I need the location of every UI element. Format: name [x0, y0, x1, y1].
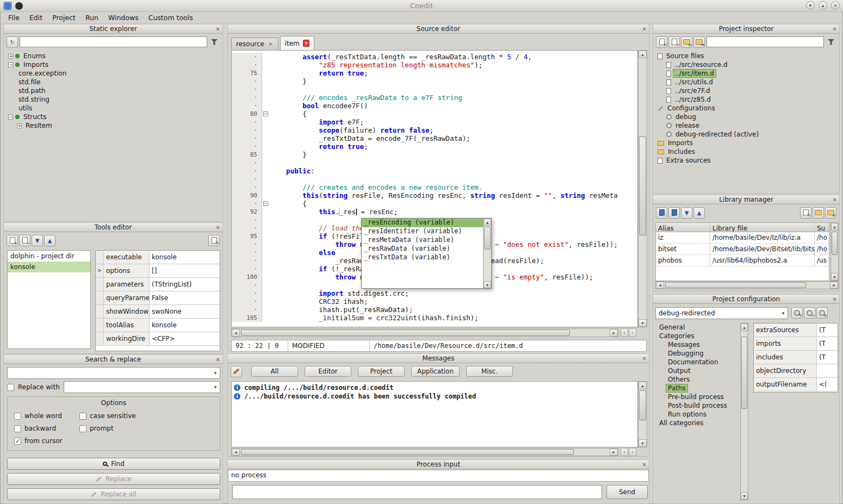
config-category-item[interactable]: All categories: [655, 419, 739, 427]
search-replace-header[interactable]: Search & replace ✕: [4, 355, 222, 364]
messages-horizontal-scrollbar[interactable]: ◂ ▸: [231, 448, 618, 456]
scroll-right-icon[interactable]: ›: [629, 448, 636, 456]
send-button[interactable]: Send: [606, 485, 648, 499]
option-whole-word[interactable]: whole word: [14, 412, 79, 420]
project-tree-item[interactable]: Imports: [655, 139, 837, 147]
project-tree-item[interactable]: ../src/utils.d: [655, 78, 837, 86]
find-button[interactable]: Find: [7, 458, 220, 470]
checked-checkbox-icon[interactable]: ✓: [14, 438, 21, 445]
project-tree-item[interactable]: debug: [655, 113, 837, 121]
replace-combobox[interactable]: ▾: [64, 381, 220, 393]
static-explorer-header[interactable]: Static explorer ✕: [4, 24, 222, 34]
project-filter-input[interactable]: [706, 36, 824, 47]
fold-collapse-icon[interactable]: −: [263, 201, 268, 206]
scroll-up-icon[interactable]: ▴: [639, 382, 647, 389]
option-from-cursor[interactable]: ✓from cursor: [14, 437, 79, 445]
property-row[interactable]: extraSources(T: [754, 323, 838, 337]
scrollbar-thumb[interactable]: [241, 329, 570, 336]
edit-library-icon[interactable]: ✎: [800, 207, 811, 219]
code-line[interactable]: · import std.digest.crc;: [232, 289, 637, 297]
fold-collapse-icon[interactable]: −: [263, 111, 268, 116]
code-line[interactable]: 85 }: [232, 151, 637, 159]
scroll-tabs-right-icon[interactable]: ›: [629, 328, 636, 337]
remove-library-icon[interactable]: −: [668, 207, 680, 219]
config-category-item[interactable]: Pre-build process: [655, 393, 739, 401]
scrollbar-thumb[interactable]: [241, 449, 574, 455]
move-up-icon[interactable]: ▲: [693, 207, 705, 219]
unchecked-checkbox-icon[interactable]: [14, 425, 21, 432]
scroll-right-icon[interactable]: ▸: [610, 449, 618, 456]
menu-edit[interactable]: Edit: [24, 13, 47, 23]
move-down-icon[interactable]: ▼: [681, 207, 692, 219]
code-line[interactable]: · public:: [232, 167, 637, 175]
filter-misc[interactable]: Misc.: [466, 366, 513, 377]
filter-project[interactable]: Project: [358, 366, 405, 377]
config-category-item[interactable]: Debugging: [655, 349, 739, 358]
symbol-tree-item[interactable]: utils: [6, 104, 220, 113]
code-line[interactable]: 105 _initialSum = crc322uint(ihash.finis…: [232, 314, 637, 322]
symbol-tree-item[interactable]: +Enums: [6, 52, 220, 60]
project-tree-item[interactable]: ../src/z85.d: [655, 95, 837, 104]
config-category-item[interactable]: Post-build process: [655, 401, 739, 410]
config-category-item[interactable]: Run options: [655, 410, 739, 419]
config-category-item[interactable]: Paths: [655, 384, 739, 393]
titlebar[interactable]: Coedit ▾▴×: [0, 0, 843, 12]
scrollbar-thumb[interactable]: [639, 136, 646, 235]
property-value[interactable]: []: [150, 264, 220, 277]
config-category-item[interactable]: Others: [655, 375, 739, 384]
tab-item[interactable]: item✕: [280, 36, 315, 50]
edit-config-icon[interactable]: ✎: [791, 307, 803, 319]
config-category-item[interactable]: Output: [655, 366, 739, 375]
scroll-left-icon[interactable]: ‹: [621, 448, 628, 456]
project-tree-item[interactable]: ../src/e7F.d: [655, 86, 837, 95]
menu-custom-tools[interactable]: Custom tools: [144, 13, 198, 23]
completion-item[interactable]: _resIdentifier (variable): [362, 227, 483, 236]
property-row[interactable]: workingDire<CFP>: [96, 332, 220, 346]
code-line[interactable]: ·: [232, 85, 637, 94]
fold-margin[interactable]: −: [262, 200, 270, 208]
scroll-right-icon[interactable]: ▸: [830, 282, 838, 289]
clear-messages-icon[interactable]: [231, 366, 242, 377]
shade-window-icon[interactable]: ▾: [806, 1, 815, 10]
replace-button[interactable]: Replace: [7, 473, 220, 485]
remove-source-file-icon[interactable]: −: [668, 36, 680, 48]
code-line[interactable]: · "z85 representation length mismatches"…: [232, 61, 637, 69]
scroll-left-icon[interactable]: ◂: [232, 449, 240, 456]
code-line[interactable]: · _resTxtData = encode_7F(_resRawData);: [232, 134, 637, 142]
message-row[interactable]: i/.../build/resource.d.coedit has been s…: [232, 392, 637, 401]
config-category-item[interactable]: Documentation: [655, 358, 739, 366]
maximize-window-icon[interactable]: ▴: [819, 1, 827, 10]
search-term-combobox[interactable]: ▾: [7, 367, 220, 379]
column-header-alias[interactable]: Alias: [656, 223, 710, 232]
config-vertical-scrollbar[interactable]: ▴ ▾: [740, 323, 748, 500]
scroll-tabs-left-icon[interactable]: ‹: [621, 328, 628, 337]
scrollbar-thumb[interactable]: [832, 232, 838, 255]
config-category-item[interactable]: General: [655, 323, 739, 332]
code-line[interactable]: · ihash.put(_resRawData);: [232, 306, 637, 314]
dropdown-arrow-icon[interactable]: ▾: [779, 310, 788, 316]
code-line[interactable]: · CRC32 ihash;: [232, 297, 637, 306]
scroll-up-icon[interactable]: ▴: [639, 51, 647, 58]
property-value[interactable]: False: [150, 291, 220, 304]
property-value[interactable]: (T: [817, 351, 838, 364]
menu-windows[interactable]: Windows: [103, 13, 144, 23]
code-line[interactable]: 92 this._res = resEnc;: [232, 208, 637, 216]
editor-vertical-scrollbar[interactable]: ▴ ▾: [638, 50, 647, 327]
filter-application[interactable]: Application: [411, 366, 460, 377]
property-row[interactable]: objectDirectory: [754, 364, 838, 378]
expand-property-icon[interactable]: >: [96, 264, 104, 277]
expand-icon[interactable]: +: [8, 54, 13, 59]
close-window-icon[interactable]: ×: [831, 1, 840, 10]
edit-script-icon[interactable]: ✎: [208, 235, 220, 246]
symbol-tree-item[interactable]: std.path: [6, 86, 220, 95]
tools-editor-header[interactable]: Tools editor ✕: [4, 223, 222, 232]
replace-all-button[interactable]: Replace all: [7, 488, 220, 500]
move-up-icon[interactable]: ▲: [44, 235, 55, 246]
code-line[interactable]: · import e7F;: [232, 118, 637, 126]
symbol-tree-item[interactable]: −Imports: [6, 60, 220, 69]
column-header-library-file[interactable]: Library file: [710, 223, 815, 232]
code-line[interactable]: · bool encodee7F(): [232, 102, 637, 110]
collapse-icon[interactable]: −: [8, 63, 13, 67]
property-row[interactable]: toolAliaskonsole: [96, 319, 220, 332]
open-library-folder-icon[interactable]: [813, 207, 824, 219]
